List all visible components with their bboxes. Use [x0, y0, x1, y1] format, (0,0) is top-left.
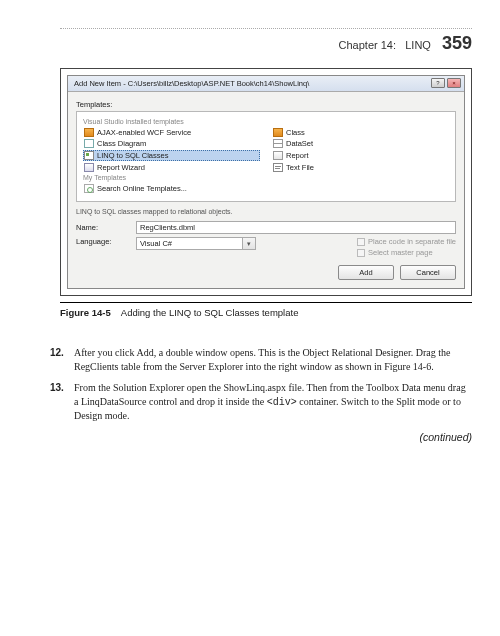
figure-caption: Figure 14-5 Adding the LINQ to SQL Class… — [60, 302, 472, 318]
group-my-templates: My Templates — [83, 174, 449, 181]
dialog-title-text: Add New Item - C:\Users\billz\Desktop\AS… — [74, 79, 309, 88]
search-icon — [84, 184, 94, 193]
report-wizard-icon — [84, 163, 94, 172]
checkbox-separate-file: Place code in separate file — [357, 237, 456, 246]
checkbox-master-page: Select master page — [357, 248, 456, 257]
step-13: 13. From the Solution Explorer open the … — [60, 381, 472, 423]
group-installed: Visual Studio installed templates — [83, 118, 449, 125]
chapter-label: Chapter 14: — [339, 39, 396, 51]
language-select[interactable]: Visual C# — [136, 237, 256, 250]
templates-listbox[interactable]: Visual Studio installed templates AJAX-e… — [76, 111, 456, 202]
code-inline: <div> — [267, 397, 297, 408]
continued-marker: (continued) — [60, 431, 472, 443]
cancel-button[interactable]: Cancel — [400, 265, 456, 280]
wcf-icon — [84, 128, 94, 137]
template-description: LINQ to SQL classes mapped to relational… — [76, 208, 456, 215]
step-number: 12. — [50, 346, 64, 360]
step-number: 13. — [50, 381, 64, 395]
template-item-class[interactable]: Class — [272, 128, 449, 137]
templates-label: Templates: — [76, 100, 456, 109]
checkbox-icon — [357, 249, 365, 257]
template-item-class-diagram[interactable]: Class Diagram — [83, 139, 260, 148]
template-item-report-wizard[interactable]: Report Wizard — [83, 163, 260, 172]
linq-icon — [84, 151, 94, 160]
figure-screenshot: Add New Item - C:\Users\billz\Desktop\AS… — [60, 68, 472, 296]
class-diagram-icon — [84, 139, 94, 148]
running-head: Chapter 14: LINQ 359 — [60, 28, 472, 54]
figure-label: Figure 14-5 — [60, 307, 111, 318]
add-new-item-dialog: Add New Item - C:\Users\billz\Desktop\AS… — [67, 75, 465, 289]
class-icon — [273, 128, 283, 137]
figure-caption-text: Adding the LINQ to SQL Classes template — [121, 307, 299, 318]
template-item-search-online[interactable]: Search Online Templates... — [83, 184, 449, 193]
help-button[interactable]: ? — [431, 78, 445, 88]
chapter-topic: LINQ — [405, 39, 431, 51]
text-file-icon — [273, 163, 283, 172]
template-item-linq-selected[interactable]: LINQ to SQL Classes — [83, 150, 260, 161]
language-label: Language: — [76, 237, 128, 246]
checkbox-icon — [357, 238, 365, 246]
template-item-text-file[interactable]: Text File — [272, 163, 449, 172]
instruction-list: 12. After you click Add, a double window… — [60, 346, 472, 423]
template-item-report[interactable]: Report — [272, 150, 449, 161]
name-input[interactable]: RegClients.dbml — [136, 221, 456, 234]
dialog-titlebar: Add New Item - C:\Users\billz\Desktop\AS… — [68, 76, 464, 92]
name-label: Name: — [76, 223, 128, 232]
close-button[interactable]: × — [447, 78, 461, 88]
dataset-icon — [273, 139, 283, 148]
step-text: After you click Add, a double window ope… — [74, 347, 450, 372]
add-button[interactable]: Add — [338, 265, 394, 280]
template-item-dataset[interactable]: DataSet — [272, 139, 449, 148]
step-12: 12. After you click Add, a double window… — [60, 346, 472, 373]
page-number: 359 — [442, 33, 472, 53]
template-item-wcf[interactable]: AJAX-enabled WCF Service — [83, 128, 260, 137]
report-icon — [273, 151, 283, 160]
